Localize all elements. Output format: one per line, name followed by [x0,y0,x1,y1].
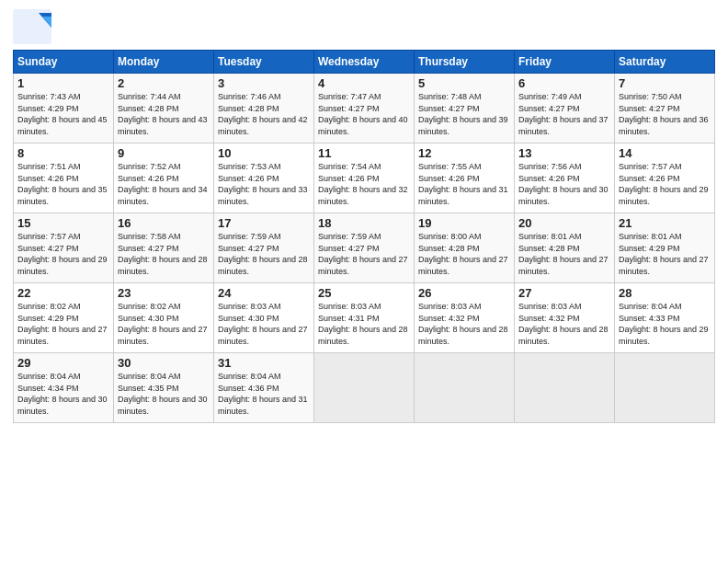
day-number: 5 [418,76,510,90]
day-info: Sunrise: 7:50 AMSunset: 4:27 PMDaylight:… [619,91,711,137]
day-number: 17 [218,216,310,230]
calendar-cell: 20Sunrise: 8:01 AMSunset: 4:28 PMDayligh… [515,213,615,283]
day-info: Sunrise: 7:46 AMSunset: 4:28 PMDaylight:… [218,91,310,137]
day-number: 11 [318,146,410,160]
day-info: Sunrise: 7:53 AMSunset: 4:26 PMDaylight:… [218,161,310,207]
calendar-cell: 15Sunrise: 7:57 AMSunset: 4:27 PMDayligh… [14,213,114,283]
day-number: 1 [17,76,109,90]
logo-icon [13,9,50,42]
day-number: 23 [118,286,210,300]
calendar-cell: 21Sunrise: 8:01 AMSunset: 4:29 PMDayligh… [615,213,715,283]
day-info: Sunrise: 8:03 AMSunset: 4:30 PMDaylight:… [218,301,310,347]
calendar-cell: 5Sunrise: 7:48 AMSunset: 4:27 PMDaylight… [415,74,515,144]
day-number: 14 [619,146,711,160]
calendar-body: 1Sunrise: 7:43 AMSunset: 4:29 PMDaylight… [14,74,715,423]
day-info: Sunrise: 7:58 AMSunset: 4:27 PMDaylight:… [118,231,210,277]
calendar-cell: 6Sunrise: 7:49 AMSunset: 4:27 PMDaylight… [515,74,615,144]
day-info: Sunrise: 8:04 AMSunset: 4:35 PMDaylight:… [118,371,210,417]
day-number: 26 [418,286,510,300]
calendar-cell: 18Sunrise: 7:59 AMSunset: 4:27 PMDayligh… [314,213,415,283]
header [13,9,715,42]
calendar-cell: 4Sunrise: 7:47 AMSunset: 4:27 PMDaylight… [314,74,415,144]
calendar-cell: 13Sunrise: 7:56 AMSunset: 4:26 PMDayligh… [515,144,615,213]
day-info: Sunrise: 8:02 AMSunset: 4:30 PMDaylight:… [118,301,210,347]
day-info: Sunrise: 7:59 AMSunset: 4:27 PMDaylight:… [318,231,410,277]
day-info: Sunrise: 8:02 AMSunset: 4:29 PMDaylight:… [17,301,109,347]
day-number: 7 [619,76,711,90]
calendar-cell: 7Sunrise: 7:50 AMSunset: 4:27 PMDaylight… [615,74,715,144]
day-info: Sunrise: 8:03 AMSunset: 4:32 PMDaylight:… [518,301,610,347]
day-number: 2 [118,76,210,90]
calendar-cell: 2Sunrise: 7:44 AMSunset: 4:28 PMDaylight… [114,74,214,144]
day-info: Sunrise: 8:03 AMSunset: 4:31 PMDaylight:… [318,301,410,347]
calendar-cell: 1Sunrise: 7:43 AMSunset: 4:29 PMDaylight… [14,74,114,144]
day-number: 8 [17,146,109,160]
calendar-cell: 24Sunrise: 8:03 AMSunset: 4:30 PMDayligh… [214,283,314,353]
dow-sunday: Sunday [14,51,114,74]
calendar-cell [515,353,615,423]
day-info: Sunrise: 7:44 AMSunset: 4:28 PMDaylight:… [118,91,210,137]
dow-saturday: Saturday [615,51,715,74]
day-info: Sunrise: 7:55 AMSunset: 4:26 PMDaylight:… [418,161,510,207]
day-info: Sunrise: 8:04 AMSunset: 4:34 PMDaylight:… [17,371,109,417]
calendar-cell: 19Sunrise: 8:00 AMSunset: 4:28 PMDayligh… [415,213,515,283]
calendar-cell: 14Sunrise: 7:57 AMSunset: 4:26 PMDayligh… [615,144,715,213]
calendar-cell: 23Sunrise: 8:02 AMSunset: 4:30 PMDayligh… [114,283,214,353]
dow-thursday: Thursday [415,51,515,74]
calendar-cell: 11Sunrise: 7:54 AMSunset: 4:26 PMDayligh… [314,144,415,213]
day-number: 12 [418,146,510,160]
week-row-4: 29Sunrise: 8:04 AMSunset: 4:34 PMDayligh… [14,353,715,423]
week-row-1: 8Sunrise: 7:51 AMSunset: 4:26 PMDaylight… [14,144,715,213]
day-number: 30 [118,356,210,370]
day-info: Sunrise: 8:04 AMSunset: 4:33 PMDaylight:… [619,301,711,347]
calendar-cell: 16Sunrise: 7:58 AMSunset: 4:27 PMDayligh… [114,213,214,283]
week-row-2: 15Sunrise: 7:57 AMSunset: 4:27 PMDayligh… [14,213,715,283]
dow-wednesday: Wednesday [314,51,415,74]
day-number: 22 [17,286,109,300]
day-info: Sunrise: 8:01 AMSunset: 4:29 PMDaylight:… [619,231,711,277]
day-info: Sunrise: 7:48 AMSunset: 4:27 PMDaylight:… [418,91,510,137]
day-info: Sunrise: 7:57 AMSunset: 4:27 PMDaylight:… [17,231,109,277]
day-number: 24 [218,286,310,300]
calendar-cell [415,353,515,423]
calendar-cell: 30Sunrise: 8:04 AMSunset: 4:35 PMDayligh… [114,353,214,423]
day-number: 13 [518,146,610,160]
calendar-cell: 3Sunrise: 7:46 AMSunset: 4:28 PMDaylight… [214,74,314,144]
calendar-cell: 8Sunrise: 7:51 AMSunset: 4:26 PMDaylight… [14,144,114,213]
day-info: Sunrise: 7:47 AMSunset: 4:27 PMDaylight:… [318,91,410,137]
calendar-cell: 28Sunrise: 8:04 AMSunset: 4:33 PMDayligh… [615,283,715,353]
day-info: Sunrise: 7:56 AMSunset: 4:26 PMDaylight:… [518,161,610,207]
day-number: 28 [619,286,711,300]
logo [13,9,53,42]
page-container: SundayMondayTuesdayWednesdayThursdayFrid… [0,0,728,429]
day-number: 3 [218,76,310,90]
day-info: Sunrise: 8:03 AMSunset: 4:32 PMDaylight:… [418,301,510,347]
calendar-cell: 12Sunrise: 7:55 AMSunset: 4:26 PMDayligh… [415,144,515,213]
day-number: 31 [218,356,310,370]
day-number: 10 [218,146,310,160]
calendar-cell: 26Sunrise: 8:03 AMSunset: 4:32 PMDayligh… [415,283,515,353]
calendar-cell [615,353,715,423]
calendar-cell: 31Sunrise: 8:04 AMSunset: 4:36 PMDayligh… [214,353,314,423]
calendar-cell: 9Sunrise: 7:52 AMSunset: 4:26 PMDaylight… [114,144,214,213]
day-number: 16 [118,216,210,230]
day-info: Sunrise: 7:57 AMSunset: 4:26 PMDaylight:… [619,161,711,207]
calendar-cell: 10Sunrise: 7:53 AMSunset: 4:26 PMDayligh… [214,144,314,213]
day-number: 15 [17,216,109,230]
day-number: 27 [518,286,610,300]
day-info: Sunrise: 8:00 AMSunset: 4:28 PMDaylight:… [418,231,510,277]
day-info: Sunrise: 8:01 AMSunset: 4:28 PMDaylight:… [518,231,610,277]
calendar-table: SundayMondayTuesdayWednesdayThursdayFrid… [13,50,715,423]
calendar-cell: 17Sunrise: 7:59 AMSunset: 4:27 PMDayligh… [214,213,314,283]
dow-monday: Monday [114,51,214,74]
day-number: 9 [118,146,210,160]
calendar-cell: 27Sunrise: 8:03 AMSunset: 4:32 PMDayligh… [515,283,615,353]
dow-friday: Friday [515,51,615,74]
day-info: Sunrise: 7:54 AMSunset: 4:26 PMDaylight:… [318,161,410,207]
day-number: 18 [318,216,410,230]
day-number: 25 [318,286,410,300]
calendar-cell: 22Sunrise: 8:02 AMSunset: 4:29 PMDayligh… [14,283,114,353]
day-info: Sunrise: 7:52 AMSunset: 4:26 PMDaylight:… [118,161,210,207]
day-number: 21 [619,216,711,230]
day-number: 19 [418,216,510,230]
